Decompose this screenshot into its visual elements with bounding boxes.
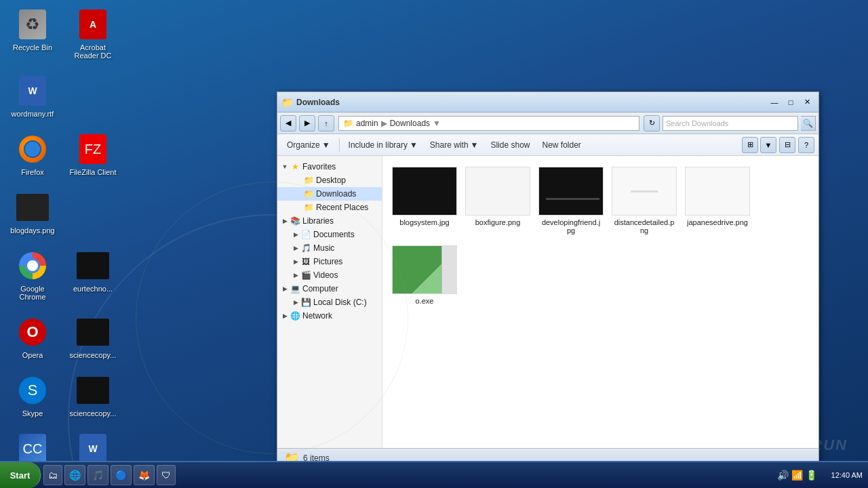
blogdays-label: blogdays.png xyxy=(10,226,54,235)
tree-local-disk[interactable]: ▶ 💾 Local Disk (C:) xyxy=(277,296,382,309)
desktop-icon-blogdays[interactable]: blogdays.png xyxy=(5,188,60,237)
downloads-folder-icon: 📁 xyxy=(303,188,314,199)
address-arrow: ▼ xyxy=(433,119,441,128)
documents-expand[interactable]: ▶ xyxy=(291,230,300,239)
organize-button[interactable]: Organize ▼ xyxy=(281,137,336,153)
search-button[interactable]: 🔍 xyxy=(801,116,816,131)
toolbar-separator-1 xyxy=(339,138,340,152)
tray-icon-security[interactable]: 🔋 xyxy=(806,470,817,481)
tree-computer[interactable]: ▶ 💻 Computer xyxy=(277,282,382,296)
file-japanesedrive[interactable]: japanesedrive.png xyxy=(684,164,751,237)
start-button[interactable]: Start xyxy=(0,462,41,488)
file-boxfigure-name: boxfigure.png xyxy=(475,218,521,226)
taskbar-chrome[interactable]: 🔵 xyxy=(111,465,132,485)
up-button[interactable]: ↑ xyxy=(318,115,334,131)
new-folder-label: New folder xyxy=(542,140,580,150)
file-distancedetailed-name: distancedetailed.png xyxy=(613,218,675,235)
new-folder-button[interactable]: New folder xyxy=(536,137,586,153)
taskbar-media-icon: 🎵 xyxy=(92,470,104,481)
content-area: ▼ ★ Favorites 📁 Desktop 📁 Downloads 📁 xyxy=(277,156,818,448)
taskbar-ie[interactable]: 🌐 xyxy=(64,465,85,485)
network-icon: 🌐 xyxy=(290,310,300,321)
desktop-icon-eurtechno[interactable]: eurtechno... xyxy=(66,247,120,304)
view-btn-3[interactable]: ⊟ xyxy=(779,137,795,153)
window-titlebar: 📁 Downloads — □ ✕ xyxy=(277,92,818,113)
view-btn-2[interactable]: ▼ xyxy=(760,137,776,153)
desktop-icon-wordmany[interactable]: W wordmany.rtf xyxy=(5,72,60,121)
tree-network[interactable]: ▶ 🌐 Network xyxy=(277,309,382,323)
downloads-label: Downloads xyxy=(316,189,356,199)
tree-pictures[interactable]: ▶ 🖼 Pictures xyxy=(277,255,382,268)
file-blogsystem-name: blogsystem.jpg xyxy=(399,218,449,226)
address-icon: 📁 xyxy=(343,119,353,128)
desktop-icon-filezilla[interactable]: FZ FileZilla Client xyxy=(66,130,120,179)
computer-expand[interactable]: ▶ xyxy=(280,284,290,293)
acrobat-label: Acrobat Reader DC xyxy=(74,43,111,60)
share-with-arrow: ▼ xyxy=(471,140,479,150)
videos-expand[interactable]: ▶ xyxy=(291,270,300,280)
desktop-icon-recycle-bin[interactable]: Recycle Bin xyxy=(5,5,60,62)
address-path[interactable]: 📁 admin ▶ Downloads ▼ xyxy=(338,116,639,131)
file-oexe-name: o.exe xyxy=(416,297,434,305)
tray-icon-network[interactable]: 📶 xyxy=(791,470,803,481)
taskbar-media[interactable]: 🎵 xyxy=(87,465,108,485)
nav-tree: ▼ ★ Favorites 📁 Desktop 📁 Downloads 📁 xyxy=(277,156,382,448)
include-in-library-button[interactable]: Include in library ▼ xyxy=(343,137,423,153)
close-button[interactable]: ✕ xyxy=(800,96,814,108)
file-developingfriend[interactable]: developingfriend.jpg xyxy=(537,164,605,237)
taskbar-mcafee[interactable]: 🛡 xyxy=(157,465,176,485)
local-disk-label: Local Disk (C:) xyxy=(313,298,367,307)
taskbar-file-explorer[interactable]: 🗂 xyxy=(43,465,62,485)
tree-desktop[interactable]: 📁 Desktop xyxy=(277,174,382,187)
music-label: Music xyxy=(313,243,334,253)
desktop-icon-sciencecopy2[interactable]: sciencecopy... xyxy=(66,371,120,420)
tree-recent-places[interactable]: 📁 Recent Places xyxy=(277,201,382,214)
recycle-bin-label: Recycle Bin xyxy=(13,43,52,52)
pictures-label: Pictures xyxy=(313,257,342,266)
back-button[interactable]: ◀ xyxy=(280,115,296,131)
sciencecopy2-label: sciencecopy... xyxy=(70,409,117,418)
desktop: Recycle Bin A Acrobat Reader DC W wordma… xyxy=(0,0,868,488)
help-button[interactable]: ? xyxy=(798,137,814,153)
desktop-icon-firefox[interactable]: Firefox xyxy=(5,130,60,179)
desktop-icon-opera[interactable]: O Opera xyxy=(5,313,60,362)
tree-downloads[interactable]: 📁 Downloads xyxy=(277,187,382,201)
tray-icon-volume[interactable]: 🔊 xyxy=(777,470,789,481)
tree-favorites[interactable]: ▼ ★ Favorites xyxy=(277,160,382,174)
desktop-icon-acrobat[interactable]: A Acrobat Reader DC xyxy=(66,5,120,62)
forward-button[interactable]: ▶ xyxy=(299,115,315,131)
share-with-button[interactable]: Share with ▼ xyxy=(425,137,484,153)
libraries-label: Libraries xyxy=(302,216,334,226)
tree-libraries[interactable]: ▶ 📚 Libraries xyxy=(277,214,382,228)
maximize-button[interactable]: □ xyxy=(783,96,798,108)
file-distancedetailed[interactable]: distancedetailed.png xyxy=(610,164,678,237)
tree-videos[interactable]: ▶ 🎬 Videos xyxy=(277,268,382,282)
tree-documents[interactable]: ▶ 📄 Documents xyxy=(277,228,382,241)
favorites-collapse[interactable]: ▼ xyxy=(280,162,290,171)
tree-music[interactable]: ▶ 🎵 Music xyxy=(277,241,382,255)
desktop-icon-sciencecopy[interactable]: sciencecopy... xyxy=(66,313,120,362)
refresh-button[interactable]: ↻ xyxy=(644,115,660,131)
pictures-expand[interactable]: ▶ xyxy=(291,257,300,266)
desktop-icon-skype[interactable]: S Skype xyxy=(5,371,60,420)
taskbar-mcafee-icon: 🛡 xyxy=(161,470,171,481)
file-blogsystem[interactable]: blogsystem.jpg xyxy=(391,164,458,237)
view-btn-1[interactable]: ⊞ xyxy=(742,137,758,153)
music-expand[interactable]: ▶ xyxy=(291,243,300,253)
network-label: Network xyxy=(302,311,332,321)
desktop-icon-chrome[interactable]: Google Chrome xyxy=(5,247,60,304)
file-oexe[interactable]: o.exe xyxy=(391,243,458,308)
libraries-expand[interactable]: ▶ xyxy=(280,216,290,226)
taskbar-firefox[interactable]: 🦊 xyxy=(134,465,155,485)
network-expand[interactable]: ▶ xyxy=(280,311,290,321)
include-library-label: Include in library xyxy=(349,140,408,150)
search-box[interactable]: Search Downloads xyxy=(663,116,798,131)
address-admin: admin xyxy=(356,119,378,128)
file-boxfigure[interactable]: boxfigure.png xyxy=(464,164,532,237)
slide-show-button[interactable]: Slide show xyxy=(485,137,535,153)
minimize-button[interactable]: — xyxy=(767,96,782,108)
file-developingfriend-name: developingfriend.jpg xyxy=(540,218,602,235)
address-downloads: Downloads xyxy=(390,119,430,128)
favorites-icon: ★ xyxy=(290,161,300,172)
disk-expand[interactable]: ▶ xyxy=(291,298,300,307)
